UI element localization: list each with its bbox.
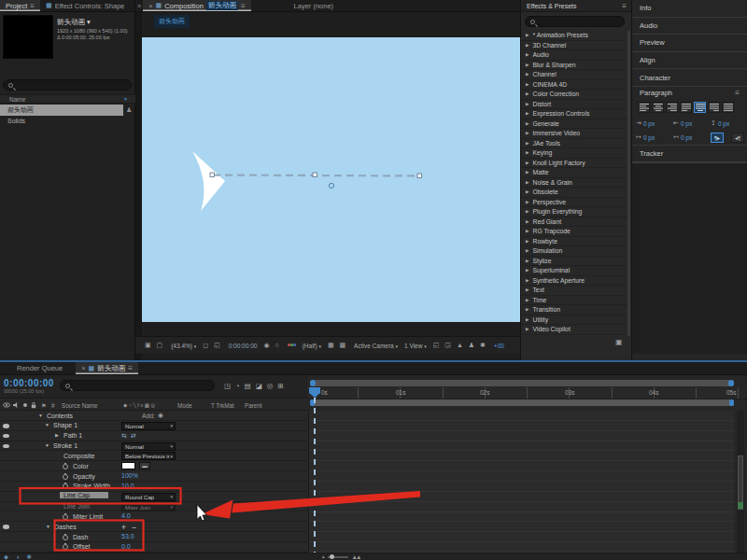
effects-category-row[interactable]: ▶ RG Trapcode [521,227,627,237]
indent-value[interactable]: 0 px [681,120,692,127]
effects-category-row[interactable]: ▶ Video Copilot [521,325,627,335]
effects-category-row[interactable]: ▶ Simulation [521,246,627,257]
current-time-display[interactable]: 0:00:00:00 [4,378,54,388]
tab-render-queue[interactable]: Render Queue [11,362,68,374]
twirl-closed-icon[interactable]: ▶ [526,102,529,106]
effects-category-row[interactable]: ▶ Channel [521,70,627,80]
zoom-in-mountain-icon[interactable]: ▲▲ [351,553,359,560]
timeline-property-row[interactable]: Stroke 1 Normal ▾ Normal ⇆ ⇄ ▬ + − Add: … [0,441,308,452]
work-area-bar[interactable] [310,399,734,406]
twirl-closed-icon[interactable]: ▶ [526,161,529,165]
twirl-closed-icon[interactable]: ▶ [526,150,529,155]
twirl-closed-icon[interactable]: ▶ [526,170,529,175]
twirl-closed-icon[interactable]: ▶ [526,200,529,204]
zoom-slider-knob[interactable] [330,554,334,559]
effects-category-row[interactable]: ▶ Red Giant [521,217,627,228]
effects-category-row[interactable]: ▶ Text [521,286,627,296]
effects-category-row[interactable]: ▶ 3D Channel [521,41,627,51]
tab-timeline-comp[interactable]: × ▦ 箭头动画 ≡ [76,362,138,374]
effects-category-row[interactable]: ▶ Time [521,296,627,306]
text-direction-ltr-button[interactable]: ¶▸ [711,133,724,143]
project-comp-name[interactable]: 箭头动画 ▾ [57,18,91,27]
timeline-property-row[interactable]: Miter Limit 4.0 ▾ 4.0 ⇆ ⇄ ▬ + − Add: ◉ [0,511,308,522]
color-swatch-control[interactable]: ▬ [121,462,150,469]
effects-category-row[interactable]: ▶ Generate [521,119,627,130]
timeline-property-row[interactable]: Shape 1 Normal ▾ Normal ⇆ ⇄ ▬ + − Add: ◉ [0,421,308,431]
align-center-button[interactable] [652,102,664,113]
stopwatch-icon[interactable] [63,474,68,480]
lock-icon[interactable] [30,401,37,409]
indent-value[interactable]: 0 px [643,134,655,141]
add-property-control[interactable]: Add: ◉ [142,412,163,419]
twirl-icon[interactable] [38,413,43,418]
twirl-closed-icon[interactable]: ▶ [526,307,529,312]
path-vertex-handle[interactable] [210,173,215,177]
effects-category-row[interactable]: ▶ Utility [521,315,627,326]
twirl-closed-icon[interactable]: ▶ [526,189,529,194]
magnification-dropdown[interactable]: (43.4%) ▾ [171,343,196,349]
collapsed-panel-header[interactable]: Audio [632,18,747,35]
property-dropdown[interactable]: Below Previous in Sa ▾ [121,452,176,460]
paragraph-indent-field[interactable]: ↤ 0 px [673,133,703,141]
camera-dropdown[interactable]: Active Camera ▾ [354,343,398,349]
twirl-closed-icon[interactable]: ▶ [526,219,529,224]
path-vertex-handle[interactable] [417,174,422,178]
tab-project[interactable]: Project ≡ [0,0,40,11]
paragraph-panel-header[interactable]: Paragraph ≡ [632,87,747,99]
add-icon[interactable]: ◉ [158,412,163,419]
collapsed-panel-header[interactable]: Align [632,52,747,70]
property-dropdown[interactable]: Normal ▾ [121,422,176,430]
collapsed-panel-header[interactable]: Info [632,0,747,18]
effects-category-row[interactable]: ▶ Superluminal [521,266,627,276]
justify-all-button[interactable] [722,102,734,113]
stopwatch-icon[interactable] [63,544,68,550]
arrow-head-shape[interactable] [192,151,225,211]
twirl-closed-icon[interactable]: ▶ [526,82,529,87]
paragraph-indent-field[interactable]: ↥ 0 px [711,119,740,127]
collapsed-panel-header[interactable]: Character [632,69,747,87]
twirl-closed-icon[interactable]: ▶ [526,63,529,67]
panel-menu-icon[interactable]: ≡ [735,89,740,97]
timeline-property-row[interactable]: Path 1 ▾ ⇆ ⇄ ▬ + − Add: ◉ [0,431,308,441]
twirl-closed-icon[interactable]: ▶ [526,43,529,48]
twirl-closed-icon[interactable]: ▶ [526,317,529,322]
property-value[interactable]: 4.0 [121,512,131,519]
path-vertex-handle[interactable] [313,173,317,177]
source-name-column[interactable]: Source Name [62,402,98,409]
twirl-closed-icon[interactable]: ▶ [526,248,529,253]
effects-category-row[interactable]: ▶ CINEMA 4D [521,80,627,91]
timeline-search-input[interactable] [60,380,215,391]
paragraph-indent-field[interactable]: ⇤ 0 px [673,119,703,127]
align-right-button[interactable] [666,102,678,113]
visibility-eye-icon[interactable] [3,424,9,428]
effects-category-row[interactable]: ▶ Matte [521,168,627,178]
effects-category-row[interactable]: ▶ Keying [521,148,627,159]
stopwatch-icon[interactable] [63,483,68,489]
anchor-point-handle[interactable] [329,183,333,188]
viewer-timecode[interactable]: 0:00:00:00 [229,343,258,349]
timeline-property-row[interactable]: Color ▾ ⇆ ⇄ ▬ + − Add: ◉ [0,461,308,471]
color-swatch[interactable] [121,462,135,469]
add-remove-dash-buttons[interactable]: + − [121,523,138,532]
indent-value[interactable]: 0 px [681,134,692,141]
stopwatch-icon[interactable] [63,514,68,520]
twirl-icon[interactable] [46,524,50,529]
snapshot-icons[interactable]: ◉ ○ [263,342,280,349]
solo-icon[interactable] [21,401,29,409]
timeline-property-row[interactable]: Dashes ▾ ⇆ ⇄ ▬ + − Add: ◉ [0,522,308,532]
effects-category-row[interactable]: ▶ Color Correction [521,90,627,100]
twirl-closed-icon[interactable]: ▶ [526,229,529,233]
twirl-closed-icon[interactable]: ▶ [526,259,529,263]
justify-last-right-button[interactable] [708,102,720,113]
layer-number-column[interactable]: # [51,402,55,409]
panel-menu-icon[interactable]: ≡ [622,2,627,10]
twirl-closed-icon[interactable]: ▶ [526,52,529,57]
effects-panel-header[interactable]: Effects & Presets ≡ [521,0,632,12]
zoom-out-mountain-icon[interactable]: ▲ [321,554,325,559]
property-dropdown[interactable]: Normal ▾ [121,442,176,451]
grid-guides-icons[interactable]: ▦ ▩ [328,342,347,349]
stopwatch-icon[interactable] [63,464,68,469]
effects-category-row[interactable]: ▶ Blur & Sharpen [521,61,627,71]
effects-category-row[interactable]: ▶ Perspective [521,198,627,208]
visibility-eye-icon[interactable] [3,434,9,439]
